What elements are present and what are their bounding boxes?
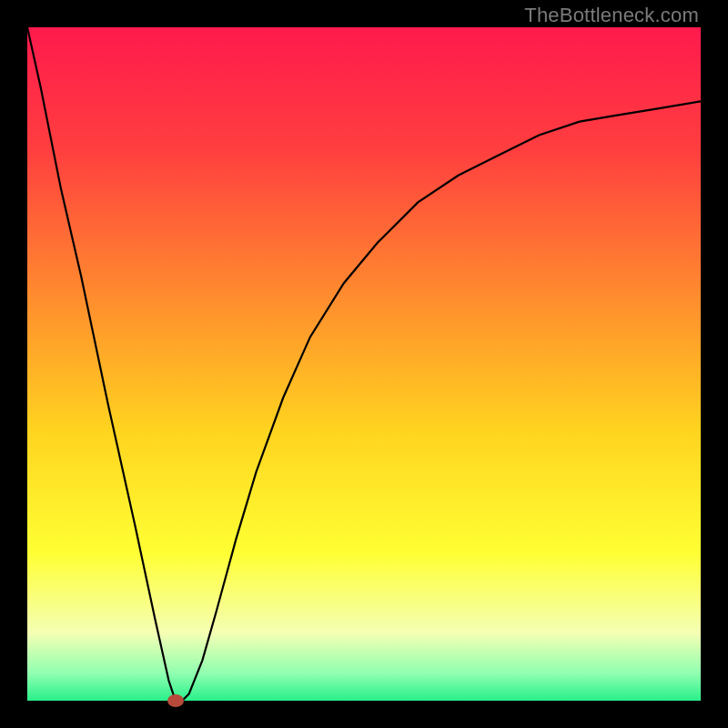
chart-frame [27,27,701,701]
chart-background [27,27,701,701]
watermark-text: TheBottleneck.com [524,4,699,27]
bottleneck-chart [27,27,701,701]
highlight-dot-icon [167,694,184,707]
